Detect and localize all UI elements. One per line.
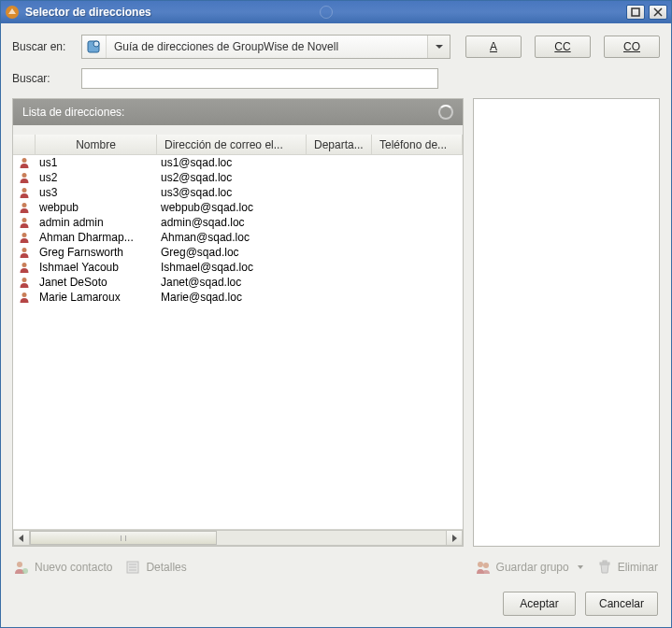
table-row[interactable]: admin adminadmin@sqad.loc — [13, 215, 463, 230]
cell-name: Ahman Dharmap... — [36, 231, 157, 244]
table-row[interactable]: us3us3@sqad.loc — [13, 185, 463, 200]
to-button[interactable]: A — [465, 36, 522, 58]
delete-label: Eliminar — [618, 561, 658, 574]
scroll-track[interactable] — [30, 530, 446, 546]
person-icon — [13, 217, 36, 228]
svg-point-12 — [22, 278, 27, 282]
svg-point-3 — [93, 41, 99, 47]
person-icon — [13, 202, 36, 213]
person-icon — [13, 157, 36, 168]
person-icon — [13, 172, 36, 183]
person-icon — [13, 292, 36, 303]
titlebar-decoration-icon — [320, 6, 333, 19]
chevron-down-icon — [577, 561, 584, 574]
col-icon[interactable] — [13, 135, 36, 154]
save-group-button[interactable]: Guardar grupo — [476, 560, 584, 575]
table-row[interactable]: Janet DeSotoJanet@sqad.loc — [13, 275, 463, 290]
cc-button[interactable]: CC — [535, 36, 591, 58]
search-input[interactable] — [81, 68, 438, 89]
scroll-left-button[interactable] — [13, 530, 30, 546]
toolbar: Nuevo contacto Detalles Guardar grupo El… — [12, 556, 660, 578]
cell-email: us2@sqad.loc — [157, 171, 307, 184]
cell-email: us1@sqad.loc — [157, 156, 307, 169]
svg-point-15 — [22, 568, 28, 574]
grid-header: Nombre Dirección de correo el... Departa… — [13, 135, 463, 155]
maximize-button[interactable] — [626, 5, 645, 20]
cell-name: us3 — [36, 186, 157, 199]
svg-point-13 — [22, 293, 27, 297]
address-grid: Nombre Dirección de correo el... Departa… — [13, 135, 463, 546]
save-group-label: Guardar grupo — [496, 561, 569, 574]
window-title: Selector de direcciones — [25, 6, 316, 19]
app-icon — [5, 5, 20, 20]
grid-body[interactable]: us1us1@sqad.locus2us2@sqad.locus3us3@sqa… — [13, 155, 463, 529]
table-row[interactable]: webpubwebpub@sqad.loc — [13, 200, 463, 215]
delete-button[interactable]: Eliminar — [597, 560, 658, 575]
cell-email: Ahman@sqad.loc — [157, 231, 307, 244]
person-icon — [13, 262, 36, 273]
close-button[interactable] — [649, 5, 667, 20]
cancel-button[interactable]: Cancelar — [585, 592, 658, 616]
svg-point-8 — [22, 218, 27, 222]
svg-point-11 — [22, 263, 27, 267]
table-row[interactable]: Marie LamarouxMarie@sqad.loc — [13, 290, 463, 305]
combo-dropdown-button[interactable] — [427, 36, 450, 58]
selected-recipients-pane[interactable] — [473, 98, 660, 547]
col-name[interactable]: Nombre — [36, 135, 157, 154]
person-icon — [13, 247, 36, 258]
cell-name: Janet DeSoto — [36, 276, 157, 289]
dialog-footer: Aceptar Cancelar — [12, 588, 660, 618]
address-list-title: Lista de direcciones: — [22, 106, 124, 119]
cell-email: Janet@sqad.loc — [157, 276, 307, 289]
cell-email: Greg@sqad.loc — [157, 246, 307, 259]
loading-icon — [438, 105, 453, 120]
svg-point-7 — [22, 203, 27, 207]
search-row: Buscar: — [12, 68, 660, 89]
cell-email: admin@sqad.loc — [157, 216, 307, 229]
new-contact-label: Nuevo contacto — [35, 561, 112, 574]
address-selector-window: Selector de direcciones Buscar en: Guía … — [0, 0, 672, 628]
col-email[interactable]: Dirección de correo el... — [157, 135, 307, 154]
scroll-right-button[interactable] — [446, 530, 463, 546]
details-button[interactable]: Detalles — [125, 560, 186, 575]
address-list-pane: Lista de direcciones: Nombre Dirección d… — [12, 98, 464, 547]
cell-name: us2 — [36, 171, 157, 184]
svg-point-9 — [22, 233, 27, 237]
scroll-thumb[interactable] — [30, 531, 217, 545]
recipient-buttons: A CC CO — [465, 36, 660, 58]
cell-email: us3@sqad.loc — [157, 186, 307, 199]
details-icon — [125, 560, 140, 575]
new-contact-button[interactable]: Nuevo contacto — [14, 560, 112, 575]
cell-name: Marie Lamaroux — [36, 291, 157, 304]
col-department[interactable]: Departa... — [307, 135, 372, 154]
trash-icon — [597, 560, 612, 575]
cell-email: webpub@sqad.loc — [157, 201, 307, 214]
details-label: Detalles — [146, 561, 186, 574]
col-phone[interactable]: Teléfono de... — [372, 135, 463, 154]
ok-button[interactable]: Aceptar — [503, 592, 576, 616]
table-row[interactable]: Greg FarnsworthGreg@sqad.loc — [13, 245, 463, 260]
horizontal-scrollbar[interactable] — [13, 529, 463, 546]
table-row[interactable]: Ishmael YacoubIshmael@sqad.loc — [13, 260, 463, 275]
new-contact-icon — [14, 560, 29, 575]
person-icon — [13, 277, 36, 288]
cell-name: us1 — [36, 156, 157, 169]
table-row[interactable]: us2us2@sqad.loc — [13, 170, 463, 185]
svg-point-5 — [22, 173, 27, 178]
bcc-button[interactable]: CO — [604, 36, 660, 58]
address-list-header: Lista de direcciones: — [13, 99, 463, 125]
table-row[interactable]: us1us1@sqad.loc — [13, 155, 463, 170]
svg-point-21 — [483, 563, 489, 568]
address-book-icon — [82, 36, 107, 58]
cell-name: webpub — [36, 201, 157, 214]
cell-email: Marie@sqad.loc — [157, 291, 307, 304]
svg-point-20 — [478, 562, 483, 567]
address-book-combo[interactable]: Guía de direcciones de GroupWise de Nove… — [81, 35, 450, 59]
save-group-icon — [476, 560, 491, 575]
svg-point-6 — [22, 188, 27, 193]
cell-name: Ishmael Yacoub — [36, 261, 157, 274]
search-label: Buscar: — [12, 72, 74, 85]
table-row[interactable]: Ahman Dharmap...Ahman@sqad.loc — [13, 230, 463, 245]
address-book-selected: Guía de direcciones de GroupWise de Nove… — [107, 40, 427, 53]
main-area: Lista de direcciones: Nombre Dirección d… — [12, 98, 660, 547]
